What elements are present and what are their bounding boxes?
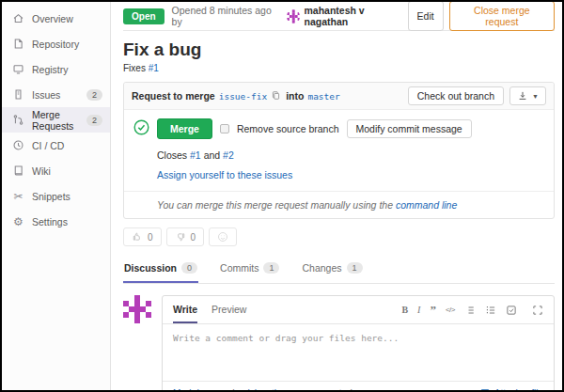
- assign-yourself-line: Assign yourself to these issues: [157, 169, 544, 180]
- award-emoji-row: 0 0: [123, 227, 555, 246]
- command-line-link[interactable]: command line: [396, 199, 457, 211]
- bold-icon[interactable]: B: [401, 305, 408, 315]
- merge-button[interactable]: Merge: [157, 118, 212, 139]
- thumbs-up-icon: [132, 231, 143, 243]
- markdown-link[interactable]: Markdown: [173, 388, 216, 391]
- merge-controls-row: Merge Remove source branch Modify commit…: [133, 118, 544, 139]
- merge-requests-count-badge: 2: [86, 115, 102, 126]
- discussion-count-badge: 0: [181, 262, 197, 274]
- numbered-list-icon[interactable]: [485, 305, 496, 316]
- new-comment-section: Write Preview B I ” </>: [123, 295, 555, 390]
- footer-supported-text: are supported: [294, 388, 352, 391]
- document-icon: [11, 37, 25, 51]
- smiley-icon: [217, 231, 228, 243]
- remove-source-branch-label: Remove source branch: [237, 123, 339, 134]
- comment-textarea[interactable]: [163, 324, 554, 377]
- tab-changes[interactable]: Changes 1: [301, 256, 363, 283]
- quick-actions-link[interactable]: quick actions: [237, 388, 291, 391]
- sidebar-item-label: Wiki: [32, 165, 51, 177]
- edit-button[interactable]: Edit: [408, 2, 444, 31]
- sidebar-item-label: Merge Requests: [32, 109, 86, 132]
- status-badge-open: Open: [123, 8, 164, 24]
- sidebar-item-snippets[interactable]: ✂ Snippets: [2, 183, 110, 209]
- attach-file-icon: [479, 387, 491, 390]
- manual-merge-text: You can merge this merge request manuall…: [157, 199, 393, 211]
- current-user-avatar: [123, 295, 151, 323]
- commits-count-badge: 1: [263, 262, 279, 274]
- app-window: Overview Repository Registry Issues 2 Me…: [0, 0, 564, 392]
- changes-count-badge: 1: [347, 262, 363, 274]
- thumbs-down-button[interactable]: 0: [166, 227, 205, 246]
- attach-a-file-link[interactable]: Attach a file: [494, 388, 543, 391]
- target-branch-label[interactable]: master: [307, 91, 339, 102]
- issues-count-badge: 2: [86, 89, 102, 101]
- thumbs-up-button[interactable]: 0: [123, 227, 162, 246]
- modify-commit-message-button[interactable]: Modify commit message: [347, 119, 472, 138]
- scissors-icon: ✂: [11, 189, 25, 203]
- tab-discussion[interactable]: Discussion 0: [123, 256, 198, 283]
- comment-editor: Write Preview B I ” </>: [162, 295, 555, 390]
- home-icon: [11, 11, 25, 25]
- mr-state-header: Open Opened 8 minutes ago by mahantesh v…: [123, 2, 555, 31]
- sidebar-item-settings[interactable]: ⚙ Settings: [2, 209, 110, 234]
- footer-and-text: and: [219, 388, 235, 391]
- tab-preview[interactable]: Preview: [212, 296, 246, 323]
- mr-widget-header: Request to merge issue-fix into master C…: [124, 83, 554, 110]
- sidebar-item-label: Registry: [32, 64, 69, 75]
- bullet-list-icon[interactable]: [464, 305, 476, 316]
- tab-commits[interactable]: Commits 1: [219, 256, 280, 283]
- thumbs-down-count: 0: [191, 232, 196, 243]
- assign-yourself-link[interactable]: Assign yourself to these issues: [157, 169, 292, 180]
- quote-icon[interactable]: ”: [430, 306, 436, 314]
- download-dropdown-button[interactable]: ▼: [509, 86, 546, 105]
- code-icon[interactable]: </>: [446, 306, 455, 314]
- page-title: Fix a bug: [123, 39, 555, 60]
- sidebar-item-issues[interactable]: Issues 2: [2, 82, 110, 107]
- closes-text: Closes: [157, 149, 187, 161]
- sidebar-item-label: CI / CD: [32, 140, 64, 151]
- sidebar-item-wiki[interactable]: Wiki: [2, 158, 110, 183]
- thumbs-down-icon: [175, 231, 186, 243]
- closes-issue-link-2[interactable]: #2: [223, 149, 234, 161]
- sidebar-item-overview[interactable]: Overview: [2, 6, 110, 31]
- mr-tabs: Discussion 0 Commits 1 Changes 1: [123, 256, 555, 284]
- merge-request-page: Open Opened 8 minutes ago by mahantesh v…: [111, 2, 562, 390]
- author-name[interactable]: mahantesh v nagathan: [304, 5, 407, 27]
- add-emoji-button[interactable]: [209, 227, 237, 246]
- sidebar-item-registry[interactable]: Registry: [2, 56, 110, 82]
- tab-write[interactable]: Write: [173, 296, 197, 323]
- attach-a-file[interactable]: Attach a file: [479, 387, 543, 390]
- request-to-merge-text: Request to merge: [132, 90, 215, 102]
- italic-icon[interactable]: I: [417, 305, 420, 315]
- download-icon: [517, 90, 528, 102]
- book-icon: [11, 164, 25, 178]
- mr-widget-body: Merge Remove source branch Modify commit…: [124, 110, 554, 191]
- monitor-icon: [11, 62, 25, 76]
- closes-and-text: and: [204, 149, 221, 161]
- mr-widget-footer: You can merge this merge request manuall…: [124, 191, 554, 218]
- copy-branch-icon[interactable]: [271, 90, 281, 102]
- close-merge-request-button-top[interactable]: Close merge request: [449, 2, 555, 31]
- fixes-issue-link[interactable]: #1: [149, 63, 159, 73]
- project-sidebar: Overview Repository Registry Issues 2 Me…: [2, 2, 111, 390]
- source-branch-label[interactable]: issue-fix: [219, 91, 267, 102]
- clock-icon: [11, 138, 25, 152]
- sidebar-item-ci-cd[interactable]: CI / CD: [2, 133, 110, 158]
- merge-request-icon: [11, 113, 25, 127]
- fullscreen-icon[interactable]: [532, 305, 543, 316]
- into-text: into: [286, 90, 304, 102]
- check-out-branch-button[interactable]: Check out branch: [408, 86, 504, 105]
- sidebar-item-merge-requests[interactable]: Merge Requests 2: [2, 107, 110, 133]
- tab-label: Discussion: [124, 262, 177, 274]
- tab-label: Changes: [302, 262, 341, 274]
- editor-body: [163, 324, 554, 381]
- fixes-text: Fixes: [123, 63, 146, 73]
- sidebar-item-label: Repository: [32, 39, 79, 50]
- closes-issue-link-1[interactable]: #1: [190, 149, 201, 161]
- editor-header: Write Preview B I ” </>: [163, 296, 554, 324]
- sidebar-item-repository[interactable]: Repository: [2, 31, 110, 56]
- sidebar-item-label: Overview: [32, 13, 73, 24]
- mr-description: Fixes #1: [123, 63, 555, 73]
- remove-source-branch-checkbox[interactable]: [220, 124, 229, 133]
- task-list-icon[interactable]: [506, 305, 517, 316]
